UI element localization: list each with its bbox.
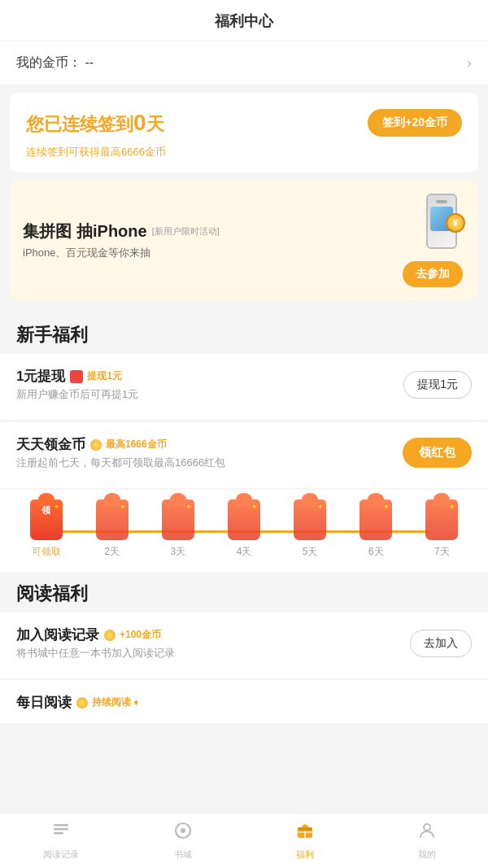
rp-icon-5: ✦ [294, 499, 326, 540]
redpacket-day-2[interactable]: ✦ 2天 [79, 499, 145, 559]
daily-coin-top: 天天领金币 最高1666金币 注册起前七天，每天都可领取最高16666红包 领红… [16, 435, 472, 470]
redpacket-day-4[interactable]: ✦ 4天 [211, 499, 277, 559]
daily-reading-left: 每日阅读 持续阅读 ♦ [16, 693, 472, 712]
bookstore-icon [173, 821, 193, 845]
reading-record-top: 加入阅读记录 +100金币 将书城中任意一本书加入阅读记录 去加入 [16, 626, 472, 661]
newbie-section-title: 新手福利 [0, 313, 488, 354]
redpacket-row: 领 ✦ 可领取 ✦ 2天 ✦ [0, 490, 488, 572]
reading-record-left: 加入阅读记录 +100金币 将书城中任意一本书加入阅读记录 [16, 626, 410, 661]
daily-reading-title: 每日阅读 持续阅读 ♦ [16, 693, 472, 712]
nav-label-reading: 阅读记录 [43, 848, 79, 861]
signin-title: 您已连续签到0天 [26, 110, 164, 137]
signin-subtitle: 连续签到可获得最高6666金币 [26, 145, 462, 159]
redpacket-day-6[interactable]: ✦ 6天 [343, 499, 409, 559]
reading-history-icon [51, 821, 71, 845]
page-title: 福利中心 [215, 13, 273, 29]
coin-icon-daily [76, 697, 88, 709]
svg-point-4 [181, 828, 185, 833]
coin-icon [90, 439, 102, 451]
withdraw-button[interactable]: 提现1元 [403, 371, 472, 399]
welfare-icon [295, 821, 315, 845]
withdraw-item-top: 1元提现 提现1元 新用户赚金币后可再提1元 提现1元 [16, 367, 472, 402]
rp-bag-4: ✦ [228, 499, 260, 540]
reading-section-title: 阅读福利 [0, 574, 488, 613]
rp-day-label-2: 2天 [104, 545, 120, 559]
nav-item-reading[interactable]: 阅读记录 [0, 813, 122, 868]
rp-day-label-7: 7天 [434, 545, 450, 559]
redpacket-day-7[interactable]: ✦ 7天 [409, 499, 475, 559]
claim-redpacket-button[interactable]: 领红包 [403, 438, 472, 468]
signin-card: 您已连续签到0天 签到+20金币 连续签到可获得最高6666金币 [10, 93, 478, 172]
svg-rect-1 [54, 828, 68, 831]
daily-coin-title: 天天领金币 最高1666金币 [16, 435, 403, 454]
reading-record-button[interactable]: 去加入 [410, 630, 472, 657]
chevron-right-icon: › [467, 55, 472, 72]
rp-bag-2: ✦ [96, 499, 129, 540]
svg-point-8 [424, 824, 430, 831]
daily-coin-sub: 注册起前七天，每天都可领取最高16666红包 [16, 456, 403, 470]
signin-top: 您已连续签到0天 签到+20金币 [26, 109, 462, 137]
iphone-banner-right: ¥ 去参加 [400, 194, 465, 287]
daily-reading-card: 每日阅读 持续阅读 ♦ [0, 680, 488, 723]
iphone-banner-left: 集拼图 抽iPhone [新用户限时活动] iPhone、百元现金等你来抽 [23, 220, 400, 260]
redpacket-day-5[interactable]: ✦ 5天 [277, 499, 343, 559]
svg-rect-0 [54, 824, 68, 827]
daily-coin-left: 天天领金币 最高1666金币 注册起前七天，每天都可领取最高16666红包 [16, 435, 403, 470]
content-area: 我的金币： -- › 您已连续签到0天 签到+20金币 连续签到可获得最高666… [0, 41, 488, 782]
rp-day-label-1: 可领取 [32, 545, 61, 559]
nav-label-bookstore: 书城 [174, 848, 192, 861]
page-header: 福利中心 [0, 0, 488, 41]
svg-rect-2 [54, 832, 63, 835]
withdraw-card: 1元提现 提现1元 新用户赚金币后可再提1元 提现1元 [0, 354, 488, 420]
red-icon [70, 370, 83, 383]
reading-record-badge: +100金币 [104, 628, 161, 642]
rp-icon-4: ✦ [228, 499, 260, 540]
rp-day-label-6: 6天 [368, 545, 384, 559]
nav-label-mine: 我的 [418, 848, 436, 861]
rp-icon-7: ✦ [425, 499, 458, 540]
rp-bag-3: ✦ [162, 499, 194, 540]
phone-notch [436, 200, 447, 203]
signin-button[interactable]: 签到+20金币 [368, 109, 462, 137]
rp-day-label-4: 4天 [237, 545, 252, 559]
rp-day-label-5: 5天 [303, 545, 318, 559]
iphone-banner[interactable]: 集拼图 抽iPhone [新用户限时活动] iPhone、百元现金等你来抽 ¥ … [10, 181, 478, 300]
reading-record-title: 加入阅读记录 +100金币 [16, 626, 410, 644]
coins-row[interactable]: 我的金币： -- › [0, 41, 488, 85]
rp-bag-5: ✦ [294, 499, 326, 540]
withdraw-title: 1元提现 提现1元 [16, 367, 403, 386]
reading-record-sub: 将书城中任意一本书加入阅读记录 [16, 646, 410, 661]
redpacket-day-1[interactable]: 领 ✦ 可领取 [13, 499, 79, 559]
bottom-nav: 阅读记录 书城 福利 [0, 813, 488, 868]
rp-bag-7: ✦ [425, 499, 458, 540]
withdraw-sub: 新用户赚金币后可再提1元 [16, 387, 403, 402]
nav-item-mine[interactable]: 我的 [366, 813, 488, 868]
reading-record-card: 加入阅读记录 +100金币 将书城中任意一本书加入阅读记录 去加入 [0, 613, 488, 678]
iphone-banner-title: 集拼图 抽iPhone [新用户限时活动] [23, 220, 400, 242]
nav-label-welfare: 福利 [296, 848, 314, 861]
withdraw-item-left: 1元提现 提现1元 新用户赚金币后可再提1元 [16, 367, 403, 402]
coin-icon-reading [104, 630, 115, 641]
rp-icon-1: 领 ✦ [30, 499, 63, 540]
rp-icon-2: ✦ [96, 499, 129, 540]
svg-rect-7 [298, 827, 312, 831]
mine-icon [417, 821, 437, 845]
rp-icon-6: ✦ [359, 499, 392, 540]
withdraw-badge: 提现1元 [70, 369, 122, 383]
join-button[interactable]: 去参加 [403, 261, 463, 287]
rp-bag-6: ✦ [359, 499, 392, 540]
redpacket-day-3[interactable]: ✦ 3天 [145, 499, 211, 559]
rp-icon-3: ✦ [162, 499, 194, 540]
rp-bag-1: 领 ✦ [30, 499, 63, 540]
nav-item-welfare[interactable]: 福利 [244, 813, 366, 868]
iphone-banner-sub: iPhone、百元现金等你来抽 [23, 246, 400, 260]
redpacket-items: 领 ✦ 可领取 ✦ 2天 ✦ [13, 499, 475, 559]
daily-reading-badge: 持续阅读 ♦ [76, 696, 138, 709]
iphone-illustration: ¥ [400, 194, 465, 255]
daily-reading-top: 每日阅读 持续阅读 ♦ [16, 693, 472, 712]
daily-coin-card: 天天领金币 最高1666金币 注册起前七天，每天都可领取最高16666红包 领红… [0, 422, 488, 488]
nav-item-bookstore[interactable]: 书城 [122, 813, 244, 868]
rp-day-label-3: 3天 [171, 545, 186, 559]
coins-label: 我的金币： -- [16, 55, 94, 72]
daily-coin-badge: 最高1666金币 [90, 438, 167, 451]
